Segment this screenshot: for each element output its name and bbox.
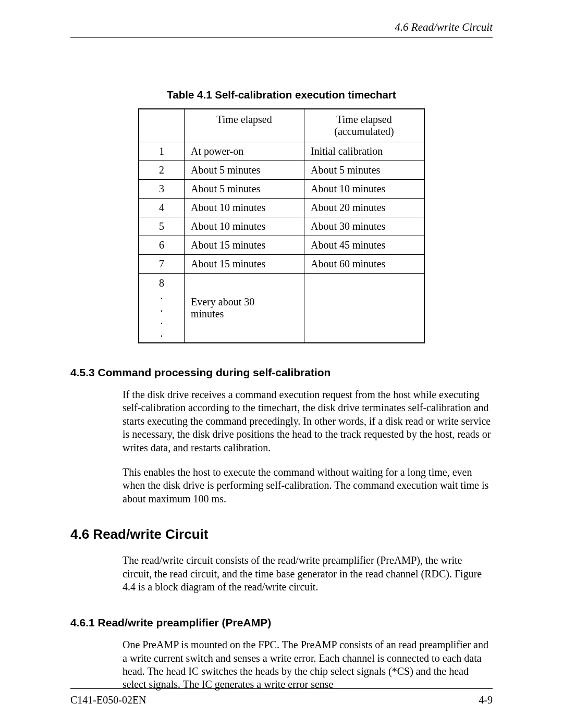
table-row: 2 About 5 minutes About 5 minutes: [139, 161, 424, 180]
row-col1: Every about 30 minutes: [185, 274, 304, 343]
table-caption: Table 4.1 Self-calibration execution tim…: [70, 89, 493, 101]
row-col1: At power-on: [185, 142, 304, 161]
row-col1: About 5 minutes: [185, 161, 304, 180]
paragraph: The read/write circuit consists of the r…: [123, 554, 493, 594]
heading-4-6-1: 4.6.1 Read/write preamplifier (PreAMP): [70, 616, 493, 629]
row-index: 3: [139, 180, 185, 199]
row-col2: About 5 minutes: [304, 161, 425, 180]
row-col1: About 15 minutes: [185, 255, 304, 274]
footer-doc-id: C141-E050-02EN: [70, 694, 146, 706]
calibration-table: Time elapsed Time elapsed (accumulated) …: [138, 108, 425, 343]
table-header-col1: Time elapsed: [185, 109, 304, 142]
paragraph: One PreAMP is mounted on the FPC. The Pr…: [123, 638, 493, 692]
page-footer: C141-E050-02EN 4-9: [70, 688, 493, 706]
running-header: 4.6 Read/write Circuit: [70, 21, 493, 38]
paragraph: If the disk drive receives a command exe…: [123, 388, 493, 454]
row-index: 5: [139, 217, 185, 236]
row-index: 2: [139, 161, 185, 180]
table-row: 3 About 5 minutes About 10 minutes: [139, 180, 424, 199]
row-index: 7: [139, 255, 185, 274]
heading-4-5-3: 4.5.3 Command processing during self-cal…: [70, 366, 493, 379]
row-index: 6: [139, 236, 185, 255]
table-row: 6 About 15 minutes About 45 minutes: [139, 236, 424, 255]
heading-4-6: 4.6 Read/write Circuit: [70, 526, 493, 542]
row-col1: About 15 minutes: [185, 236, 304, 255]
row-index-ellipsis: 8 . . . .: [139, 274, 185, 343]
table-row: 4 About 10 minutes About 20 minutes: [139, 199, 424, 217]
row-index: 1: [139, 142, 185, 161]
row-col1: About 5 minutes: [185, 180, 304, 199]
row-col2: Initial calibration: [304, 142, 425, 161]
table-row: 7 About 15 minutes About 60 minutes: [139, 255, 424, 274]
table-row: 1 At power-on Initial calibration: [139, 142, 424, 161]
row-col1: About 10 minutes: [185, 199, 304, 217]
row-col2-empty: [304, 274, 425, 343]
table-header-col2: Time elapsed (accumulated): [304, 109, 425, 142]
table-header-blank: [139, 109, 185, 142]
row-col2: About 45 minutes: [304, 236, 425, 255]
table-row-last: 8 . . . . Every about 30 minutes: [139, 274, 424, 343]
row-col2: About 10 minutes: [304, 180, 425, 199]
table-header-row: Time elapsed Time elapsed (accumulated): [139, 109, 424, 142]
table-row: 5 About 10 minutes About 30 minutes: [139, 217, 424, 236]
footer-page-number: 4-9: [479, 694, 493, 706]
row-col2: About 30 minutes: [304, 217, 425, 236]
row-col2: About 20 minutes: [304, 199, 425, 217]
running-header-text: 4.6 Read/write Circuit: [395, 21, 493, 33]
paragraph: This enables the host to execute the com…: [123, 466, 493, 505]
row-index: 4: [139, 199, 185, 217]
row-col1: About 10 minutes: [185, 217, 304, 236]
row-col2: About 60 minutes: [304, 255, 425, 274]
